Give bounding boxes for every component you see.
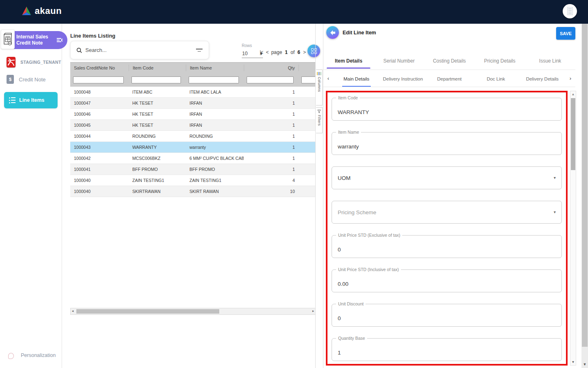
collapse-menu-icon[interactable] xyxy=(53,33,67,47)
table-row[interactable]: 1000045 HK TESET IRFAN 1 xyxy=(70,120,316,131)
subtabs-scroll-right-icon[interactable]: › xyxy=(566,75,575,81)
pricing-scheme-select[interactable]: Pricing Scheme ▾ xyxy=(332,201,562,224)
column-filter-input[interactable] xyxy=(131,76,181,83)
column-header xyxy=(298,65,316,71)
first-page-button[interactable]: |< xyxy=(260,49,263,55)
sidebar-item-line-items[interactable]: Line Items xyxy=(4,92,58,108)
page-scrollbar-thumb[interactable] xyxy=(582,24,588,347)
cell-qty: 1 xyxy=(244,101,298,105)
cell-item-name: IRFAN xyxy=(186,112,244,117)
table-row[interactable]: 1000040 ZAIN TESTING1 ZAIN TESTING1 4 xyxy=(70,175,316,186)
line-items-listing-panel: Line Items Listing Rows 10 ▾ |< < page 1… xyxy=(69,24,323,368)
table-row[interactable]: 1000044 ROUNDING ROUNDING 1 xyxy=(70,131,316,142)
subtab-department[interactable]: Department xyxy=(426,70,473,87)
subtab-main-details[interactable]: Main Details xyxy=(333,70,380,87)
item-code-field[interactable]: Item Code WARRANTY xyxy=(332,98,562,121)
table-filter-row xyxy=(70,73,316,87)
unit-price-exclusive-field[interactable]: Unit Price STD (Exclusive of tax) 0 xyxy=(332,235,562,258)
column-filter-input[interactable] xyxy=(247,76,294,83)
tab-issue-link[interactable]: Issue Link xyxy=(525,52,575,68)
columns-tab[interactable]: Columns xyxy=(316,70,323,105)
cell-qty: 1 xyxy=(244,134,298,139)
table-row[interactable]: 1000046 HK TESET IRFAN 1 xyxy=(70,109,316,120)
tab-serial-number[interactable]: Serial Number xyxy=(374,52,424,68)
unit-discount-field[interactable]: Unit Discount 0 xyxy=(332,304,562,327)
cell-creditnote-no: 1000047 xyxy=(70,101,129,105)
credit-note-module-icon[interactable] xyxy=(1,29,15,49)
list-icon xyxy=(9,97,16,103)
column-filter-input[interactable] xyxy=(301,76,316,83)
credit-note-label: Credit Note xyxy=(19,76,46,83)
line-items-label: Line Items xyxy=(19,97,45,103)
cell-creditnote-no: 1000042 xyxy=(70,156,129,161)
tab-item-details[interactable]: Item Details xyxy=(323,52,374,68)
cell-qty: 1 xyxy=(244,145,298,150)
table-row[interactable]: 1000041 BFF PROMO BFF PROMO 1 xyxy=(70,164,316,175)
save-button[interactable]: SAVE xyxy=(556,27,575,40)
form-scrollbar-thumb[interactable] xyxy=(571,98,575,170)
scroll-right-icon[interactable]: ▸ xyxy=(312,309,314,313)
horizontal-scrollbar-thumb[interactable] xyxy=(76,309,219,314)
item-name-field[interactable]: Item Name warranty xyxy=(332,132,562,155)
cell-qty: 10 xyxy=(244,189,298,194)
editor-subtabs: ‹ Main Details Delivery Instruction Depa… xyxy=(323,70,575,87)
column-header[interactable]: Qty xyxy=(244,65,298,71)
cell-qty: 4 xyxy=(244,178,298,183)
scroll-left-icon[interactable]: ◂ xyxy=(72,309,74,313)
tab-pricing-details[interactable]: Pricing Details xyxy=(474,52,525,68)
sidebar-item-credit-note[interactable]: $ Credit Note xyxy=(0,74,62,85)
back-arrow-icon xyxy=(330,30,336,36)
unit-price-inclusive-field[interactable]: Unit Price STD (Inclusive of tax) 0.00 xyxy=(332,269,562,292)
cell-creditnote-no: 1000046 xyxy=(70,112,129,117)
back-button[interactable] xyxy=(326,26,339,39)
table-row[interactable]: 1000048 ITEM ABC ITEM ABC LALA 1 xyxy=(70,87,316,98)
quantity-base-field[interactable]: Quantity Base 1 xyxy=(332,338,562,361)
column-header[interactable]: Sales CreditNote No xyxy=(70,65,129,71)
filters-tab-label: Filters xyxy=(317,115,321,126)
next-page-button[interactable]: > xyxy=(303,49,305,55)
filters-tab[interactable]: Filters xyxy=(316,107,323,133)
cell-qty: 1 xyxy=(244,156,298,161)
cell-item-code: HK TESET xyxy=(129,112,186,117)
horizontal-scrollbar[interactable]: ◂ ▸ xyxy=(70,308,316,315)
user-avatar[interactable] xyxy=(563,4,577,18)
sidebar-item-personalization[interactable]: Personalization xyxy=(8,352,56,359)
filter-list-icon[interactable] xyxy=(196,49,203,52)
form-scrollbar[interactable]: ▲ ▼ xyxy=(570,91,576,366)
scroll-down-icon[interactable]: ▼ xyxy=(581,362,588,366)
sidebar-item-tenant[interactable]: STAGING_TENANT xyxy=(0,56,62,68)
column-header[interactable]: Item Name xyxy=(186,65,244,71)
table-row-selected[interactable]: 1000043 WARRANTY warranty 1 xyxy=(70,142,316,153)
cell-item-code: SKIRTRAWAN xyxy=(129,189,186,194)
table-row[interactable]: 1000047 HK TESET IRFAN 1 xyxy=(70,98,316,109)
brand-name: akaun xyxy=(35,6,62,16)
search-box[interactable] xyxy=(70,41,209,59)
tab-costing-details[interactable]: Costing Details xyxy=(424,52,474,68)
uom-select[interactable]: UOM ▾ xyxy=(332,166,562,189)
cell-item-code: ITEM ABC xyxy=(129,90,186,94)
subtab-doc-link[interactable]: Doc Link xyxy=(472,70,519,87)
brand-logo[interactable]: akaun xyxy=(21,6,62,16)
column-header[interactable]: Item Code xyxy=(129,65,186,71)
field-label: Item Name xyxy=(336,130,361,135)
subtab-delivery-details[interactable]: Delivery Details xyxy=(519,70,566,87)
sidebar-item-internal-sales-credit-note[interactable]: Internal Sales Credit Note xyxy=(11,31,67,49)
cell-item-name: ITEM ABC LALA xyxy=(186,90,244,94)
column-filter-input[interactable] xyxy=(189,76,239,83)
column-filter-input[interactable] xyxy=(73,76,124,83)
cell-item-code: MCSC006BKZ xyxy=(129,156,186,161)
personalization-label: Personalization xyxy=(21,352,56,358)
table-row[interactable]: 1000040 SKIRTRAWAN SKIRT RAWAN 10 xyxy=(70,186,316,197)
table-row[interactable]: 1000042 MCSC006BKZ 6 MM² CU/PVC BLACK CA… xyxy=(70,153,316,164)
scroll-down-icon[interactable]: ▼ xyxy=(570,360,576,364)
field-value: 0 xyxy=(338,247,341,253)
page-scrollbar[interactable]: ▼ xyxy=(581,24,588,368)
prev-page-button[interactable]: < xyxy=(266,49,268,55)
search-input[interactable] xyxy=(85,47,192,53)
field-value: WARRANTY xyxy=(338,109,369,115)
receipt-icon xyxy=(3,32,13,47)
subtab-delivery-instruction[interactable]: Delivery Instruction xyxy=(380,70,426,87)
scroll-up-icon[interactable]: ▲ xyxy=(570,92,576,96)
subtabs-scroll-left-icon[interactable]: ‹ xyxy=(323,75,333,81)
cell-creditnote-no: 1000043 xyxy=(70,145,129,150)
